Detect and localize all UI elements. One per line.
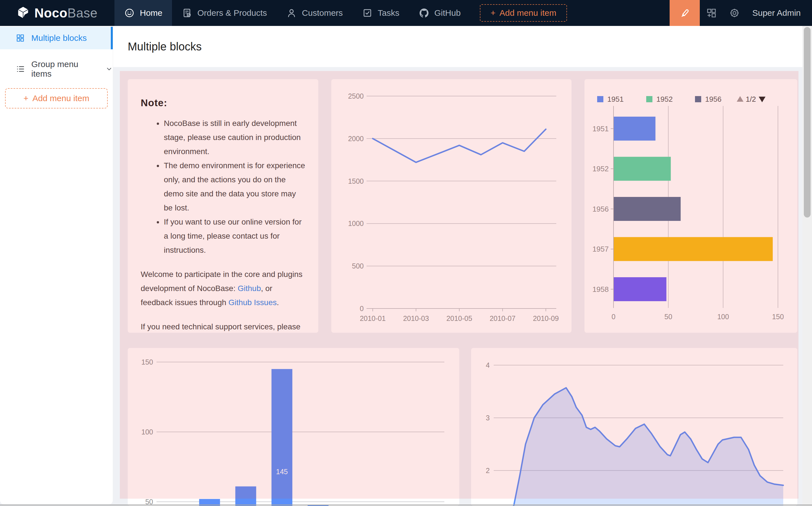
svg-text:2010-07: 2010-07 bbox=[490, 315, 516, 322]
window-bottom-edge bbox=[0, 505, 812, 505]
svg-text:2010-05: 2010-05 bbox=[446, 315, 472, 322]
cube-logo-icon bbox=[16, 5, 30, 21]
svg-text:500: 500 bbox=[352, 262, 364, 270]
receipt-icon bbox=[181, 8, 192, 18]
svg-text:2010-09: 2010-09 bbox=[533, 315, 559, 322]
navbar-add-menu-item-button[interactable]: + Add menu item bbox=[480, 4, 567, 22]
legend-item[interactable]: 1951 bbox=[607, 95, 624, 103]
grid-icon bbox=[15, 33, 25, 43]
legend-page-up[interactable] bbox=[737, 96, 743, 102]
svg-text:2000: 2000 bbox=[348, 135, 364, 143]
sidebar-item-label: Multiple blocks bbox=[31, 33, 87, 43]
vertical-scrollbar[interactable] bbox=[802, 26, 812, 506]
horizontal-bar-chart: 0501001501951195219561957195819511952195… bbox=[584, 79, 797, 333]
nocobase-logo[interactable]: NocoBase bbox=[0, 0, 115, 26]
note-block: Note: NocoBase is still in early develop… bbox=[128, 79, 318, 333]
svg-text:0: 0 bbox=[611, 313, 615, 321]
nav-item-customers[interactable]: Customers bbox=[277, 0, 353, 26]
github-icon bbox=[419, 8, 429, 18]
page-title: Multiple blocks bbox=[128, 40, 202, 53]
logo-text-light: Base bbox=[67, 6, 97, 20]
note-bullet: If you want to use our online version fo… bbox=[163, 215, 305, 257]
gear-icon bbox=[729, 7, 740, 19]
note-title: Note: bbox=[141, 97, 305, 108]
note-link[interactable]: Github Issues bbox=[228, 298, 277, 307]
app-window: NocoBase HomeOrders & ProductsCustomersT… bbox=[0, 0, 812, 506]
list-icon bbox=[15, 64, 25, 74]
scrollbar-thumb[interactable] bbox=[804, 27, 811, 218]
svg-text:150: 150 bbox=[141, 358, 153, 366]
navbar: NocoBase HomeOrders & ProductsCustomersT… bbox=[0, 0, 812, 26]
sidebar-add-menu-item-label: Add menu item bbox=[32, 94, 89, 103]
note-bullet: The demo environment is for experience o… bbox=[163, 159, 305, 215]
svg-text:1/2: 1/2 bbox=[746, 95, 756, 103]
sidebar-item-label: Group menu items bbox=[31, 60, 93, 79]
logo-text-bold: Noco bbox=[34, 6, 67, 20]
svg-text:1951: 1951 bbox=[592, 124, 609, 133]
nav-item-label: GitHub bbox=[435, 8, 461, 18]
svg-text:0: 0 bbox=[360, 305, 364, 313]
svg-text:50: 50 bbox=[664, 313, 672, 321]
svg-text:2: 2 bbox=[486, 467, 490, 475]
area-chart: 432 bbox=[471, 348, 797, 506]
navbar-menu: HomeOrders & ProductsCustomersTasksGitHu… bbox=[115, 0, 470, 26]
nav-item-label: Orders & Products bbox=[197, 8, 267, 18]
column-chart: 15010050145 bbox=[128, 348, 459, 506]
user-icon bbox=[286, 8, 297, 18]
svg-text:100: 100 bbox=[141, 428, 153, 436]
sidebar: Multiple blocksGroup menu items + Add me… bbox=[0, 26, 113, 504]
svg-text:100: 100 bbox=[717, 313, 729, 321]
sidebar-add-menu-item-button[interactable]: + Add menu item bbox=[5, 88, 108, 108]
legend-item[interactable]: 1952 bbox=[656, 95, 673, 103]
legend-page-down[interactable] bbox=[759, 97, 765, 102]
line-chart: 050010001500200025002010-012010-032010-0… bbox=[331, 79, 572, 333]
note-body: NocoBase is still in early development s… bbox=[141, 116, 305, 333]
nav-item-label: Customers bbox=[302, 8, 343, 18]
svg-text:2500: 2500 bbox=[348, 92, 364, 100]
svg-text:4: 4 bbox=[486, 361, 490, 369]
nav-item-orders-products[interactable]: Orders & Products bbox=[172, 0, 277, 26]
svg-text:1500: 1500 bbox=[348, 177, 364, 185]
svg-text:1958: 1958 bbox=[592, 285, 609, 293]
appstore-add-icon bbox=[706, 7, 717, 19]
column-chart-block: 15010050145 bbox=[128, 348, 459, 506]
page-header: Multiple blocks bbox=[113, 26, 802, 67]
current-user-menu[interactable]: Super Admin bbox=[746, 0, 812, 26]
nav-item-label: Home bbox=[140, 8, 162, 18]
nav-item-home[interactable]: Home bbox=[115, 0, 172, 26]
nav-item-label: Tasks bbox=[378, 8, 399, 18]
svg-text:2010-01: 2010-01 bbox=[360, 315, 386, 322]
ui-editor-button[interactable] bbox=[670, 0, 700, 26]
check-square-icon bbox=[362, 8, 373, 18]
area-chart-block: 432 bbox=[471, 348, 797, 506]
sidebar-item-multiple-blocks[interactable]: Multiple blocks bbox=[0, 27, 113, 49]
sidebar-menu: Multiple blocksGroup menu items bbox=[0, 27, 113, 80]
svg-text:1957: 1957 bbox=[592, 245, 609, 253]
current-user-name: Super Admin bbox=[752, 8, 801, 18]
navbar-right-actions: Super Admin bbox=[670, 0, 812, 26]
svg-text:1952: 1952 bbox=[592, 165, 609, 173]
plugin-manager-button[interactable] bbox=[700, 0, 723, 26]
note-paragraph: Welcome to participate in the core and p… bbox=[141, 267, 305, 310]
svg-text:145: 145 bbox=[276, 468, 288, 476]
svg-text:3: 3 bbox=[486, 414, 490, 422]
legend-item[interactable]: 1956 bbox=[705, 95, 722, 103]
sidebar-item-group-menu-items[interactable]: Group menu items bbox=[0, 58, 113, 80]
smiley-icon bbox=[124, 8, 135, 18]
navbar-add-menu-item-label: Add menu item bbox=[499, 8, 556, 18]
horizontal-bar-chart-block: 0501001501951195219561957195819511952195… bbox=[584, 79, 797, 333]
highlighter-icon bbox=[679, 7, 691, 19]
note-link[interactable]: Github bbox=[238, 284, 261, 293]
nav-item-tasks[interactable]: Tasks bbox=[353, 0, 409, 26]
svg-text:1000: 1000 bbox=[348, 220, 364, 227]
svg-text:150: 150 bbox=[772, 313, 784, 321]
note-paragraph: If you need technical support services, … bbox=[141, 320, 305, 333]
plus-icon: + bbox=[491, 8, 496, 18]
note-bullet: NocoBase is still in early development s… bbox=[163, 116, 305, 159]
plus-icon: + bbox=[23, 94, 28, 103]
line-chart-block: 050010001500200025002010-012010-032010-0… bbox=[331, 79, 572, 333]
settings-button[interactable] bbox=[723, 0, 746, 26]
svg-text:2010-03: 2010-03 bbox=[403, 315, 429, 322]
nav-item-github[interactable]: GitHub bbox=[409, 0, 470, 26]
svg-text:1956: 1956 bbox=[592, 205, 609, 213]
